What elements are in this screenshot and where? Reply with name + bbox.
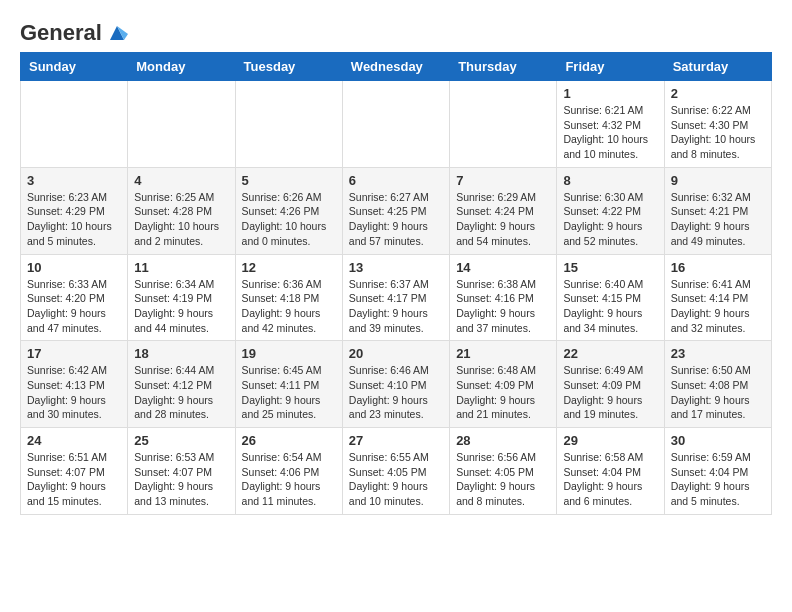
calendar-cell: 17Sunrise: 6:42 AMSunset: 4:13 PMDayligh… <box>21 341 128 428</box>
day-number: 1 <box>563 86 657 101</box>
week-row-1: 3Sunrise: 6:23 AMSunset: 4:29 PMDaylight… <box>21 167 772 254</box>
day-info: Sunrise: 6:48 AMSunset: 4:09 PMDaylight:… <box>456 363 550 422</box>
calendar-cell: 26Sunrise: 6:54 AMSunset: 4:06 PMDayligh… <box>235 428 342 515</box>
day-info: Sunrise: 6:32 AMSunset: 4:21 PMDaylight:… <box>671 190 765 249</box>
day-info: Sunrise: 6:36 AMSunset: 4:18 PMDaylight:… <box>242 277 336 336</box>
day-info: Sunrise: 6:41 AMSunset: 4:14 PMDaylight:… <box>671 277 765 336</box>
calendar-cell: 28Sunrise: 6:56 AMSunset: 4:05 PMDayligh… <box>450 428 557 515</box>
day-info: Sunrise: 6:34 AMSunset: 4:19 PMDaylight:… <box>134 277 228 336</box>
header-row: SundayMondayTuesdayWednesdayThursdayFrid… <box>21 53 772 81</box>
calendar-cell <box>342 81 449 168</box>
day-number: 22 <box>563 346 657 361</box>
calendar-cell: 9Sunrise: 6:32 AMSunset: 4:21 PMDaylight… <box>664 167 771 254</box>
calendar-header: SundayMondayTuesdayWednesdayThursdayFrid… <box>21 53 772 81</box>
day-info: Sunrise: 6:49 AMSunset: 4:09 PMDaylight:… <box>563 363 657 422</box>
day-info: Sunrise: 6:46 AMSunset: 4:10 PMDaylight:… <box>349 363 443 422</box>
day-info: Sunrise: 6:30 AMSunset: 4:22 PMDaylight:… <box>563 190 657 249</box>
day-number: 11 <box>134 260 228 275</box>
header-tuesday: Tuesday <box>235 53 342 81</box>
calendar-cell: 8Sunrise: 6:30 AMSunset: 4:22 PMDaylight… <box>557 167 664 254</box>
day-number: 4 <box>134 173 228 188</box>
calendar-body: 1Sunrise: 6:21 AMSunset: 4:32 PMDaylight… <box>21 81 772 515</box>
calendar-cell: 22Sunrise: 6:49 AMSunset: 4:09 PMDayligh… <box>557 341 664 428</box>
calendar-cell <box>450 81 557 168</box>
calendar-cell: 15Sunrise: 6:40 AMSunset: 4:15 PMDayligh… <box>557 254 664 341</box>
day-info: Sunrise: 6:50 AMSunset: 4:08 PMDaylight:… <box>671 363 765 422</box>
calendar-cell: 20Sunrise: 6:46 AMSunset: 4:10 PMDayligh… <box>342 341 449 428</box>
calendar-cell <box>21 81 128 168</box>
day-info: Sunrise: 6:40 AMSunset: 4:15 PMDaylight:… <box>563 277 657 336</box>
week-row-2: 10Sunrise: 6:33 AMSunset: 4:20 PMDayligh… <box>21 254 772 341</box>
day-number: 19 <box>242 346 336 361</box>
calendar-cell: 23Sunrise: 6:50 AMSunset: 4:08 PMDayligh… <box>664 341 771 428</box>
day-info: Sunrise: 6:26 AMSunset: 4:26 PMDaylight:… <box>242 190 336 249</box>
week-row-3: 17Sunrise: 6:42 AMSunset: 4:13 PMDayligh… <box>21 341 772 428</box>
logo-general: General <box>20 20 102 46</box>
day-number: 27 <box>349 433 443 448</box>
header-wednesday: Wednesday <box>342 53 449 81</box>
calendar-cell: 12Sunrise: 6:36 AMSunset: 4:18 PMDayligh… <box>235 254 342 341</box>
calendar-cell: 16Sunrise: 6:41 AMSunset: 4:14 PMDayligh… <box>664 254 771 341</box>
day-number: 24 <box>27 433 121 448</box>
calendar-cell: 19Sunrise: 6:45 AMSunset: 4:11 PMDayligh… <box>235 341 342 428</box>
day-number: 2 <box>671 86 765 101</box>
day-info: Sunrise: 6:56 AMSunset: 4:05 PMDaylight:… <box>456 450 550 509</box>
logo-icon <box>106 22 128 44</box>
day-number: 21 <box>456 346 550 361</box>
day-info: Sunrise: 6:54 AMSunset: 4:06 PMDaylight:… <box>242 450 336 509</box>
day-number: 30 <box>671 433 765 448</box>
day-number: 7 <box>456 173 550 188</box>
day-number: 6 <box>349 173 443 188</box>
day-number: 15 <box>563 260 657 275</box>
day-number: 14 <box>456 260 550 275</box>
day-number: 8 <box>563 173 657 188</box>
calendar-cell: 10Sunrise: 6:33 AMSunset: 4:20 PMDayligh… <box>21 254 128 341</box>
day-info: Sunrise: 6:38 AMSunset: 4:16 PMDaylight:… <box>456 277 550 336</box>
day-number: 16 <box>671 260 765 275</box>
calendar-cell: 4Sunrise: 6:25 AMSunset: 4:28 PMDaylight… <box>128 167 235 254</box>
page-header: General <box>20 20 772 42</box>
day-number: 17 <box>27 346 121 361</box>
logo: General <box>20 20 128 42</box>
calendar-cell: 6Sunrise: 6:27 AMSunset: 4:25 PMDaylight… <box>342 167 449 254</box>
calendar-cell: 7Sunrise: 6:29 AMSunset: 4:24 PMDaylight… <box>450 167 557 254</box>
day-info: Sunrise: 6:37 AMSunset: 4:17 PMDaylight:… <box>349 277 443 336</box>
day-number: 10 <box>27 260 121 275</box>
day-number: 20 <box>349 346 443 361</box>
day-info: Sunrise: 6:33 AMSunset: 4:20 PMDaylight:… <box>27 277 121 336</box>
day-info: Sunrise: 6:55 AMSunset: 4:05 PMDaylight:… <box>349 450 443 509</box>
day-info: Sunrise: 6:45 AMSunset: 4:11 PMDaylight:… <box>242 363 336 422</box>
day-number: 5 <box>242 173 336 188</box>
calendar-cell: 21Sunrise: 6:48 AMSunset: 4:09 PMDayligh… <box>450 341 557 428</box>
day-number: 18 <box>134 346 228 361</box>
week-row-0: 1Sunrise: 6:21 AMSunset: 4:32 PMDaylight… <box>21 81 772 168</box>
calendar-cell: 18Sunrise: 6:44 AMSunset: 4:12 PMDayligh… <box>128 341 235 428</box>
day-info: Sunrise: 6:23 AMSunset: 4:29 PMDaylight:… <box>27 190 121 249</box>
calendar-cell <box>235 81 342 168</box>
header-saturday: Saturday <box>664 53 771 81</box>
day-info: Sunrise: 6:53 AMSunset: 4:07 PMDaylight:… <box>134 450 228 509</box>
calendar-cell: 25Sunrise: 6:53 AMSunset: 4:07 PMDayligh… <box>128 428 235 515</box>
calendar-cell: 2Sunrise: 6:22 AMSunset: 4:30 PMDaylight… <box>664 81 771 168</box>
calendar-cell: 24Sunrise: 6:51 AMSunset: 4:07 PMDayligh… <box>21 428 128 515</box>
day-info: Sunrise: 6:51 AMSunset: 4:07 PMDaylight:… <box>27 450 121 509</box>
calendar-cell: 30Sunrise: 6:59 AMSunset: 4:04 PMDayligh… <box>664 428 771 515</box>
day-number: 9 <box>671 173 765 188</box>
calendar-cell: 3Sunrise: 6:23 AMSunset: 4:29 PMDaylight… <box>21 167 128 254</box>
day-number: 13 <box>349 260 443 275</box>
calendar-cell: 11Sunrise: 6:34 AMSunset: 4:19 PMDayligh… <box>128 254 235 341</box>
header-monday: Monday <box>128 53 235 81</box>
day-number: 26 <box>242 433 336 448</box>
day-info: Sunrise: 6:29 AMSunset: 4:24 PMDaylight:… <box>456 190 550 249</box>
calendar-cell: 27Sunrise: 6:55 AMSunset: 4:05 PMDayligh… <box>342 428 449 515</box>
calendar-table: SundayMondayTuesdayWednesdayThursdayFrid… <box>20 52 772 515</box>
day-info: Sunrise: 6:27 AMSunset: 4:25 PMDaylight:… <box>349 190 443 249</box>
day-info: Sunrise: 6:22 AMSunset: 4:30 PMDaylight:… <box>671 103 765 162</box>
header-sunday: Sunday <box>21 53 128 81</box>
day-info: Sunrise: 6:44 AMSunset: 4:12 PMDaylight:… <box>134 363 228 422</box>
day-info: Sunrise: 6:58 AMSunset: 4:04 PMDaylight:… <box>563 450 657 509</box>
calendar-cell: 29Sunrise: 6:58 AMSunset: 4:04 PMDayligh… <box>557 428 664 515</box>
calendar-cell: 13Sunrise: 6:37 AMSunset: 4:17 PMDayligh… <box>342 254 449 341</box>
day-number: 28 <box>456 433 550 448</box>
header-friday: Friday <box>557 53 664 81</box>
